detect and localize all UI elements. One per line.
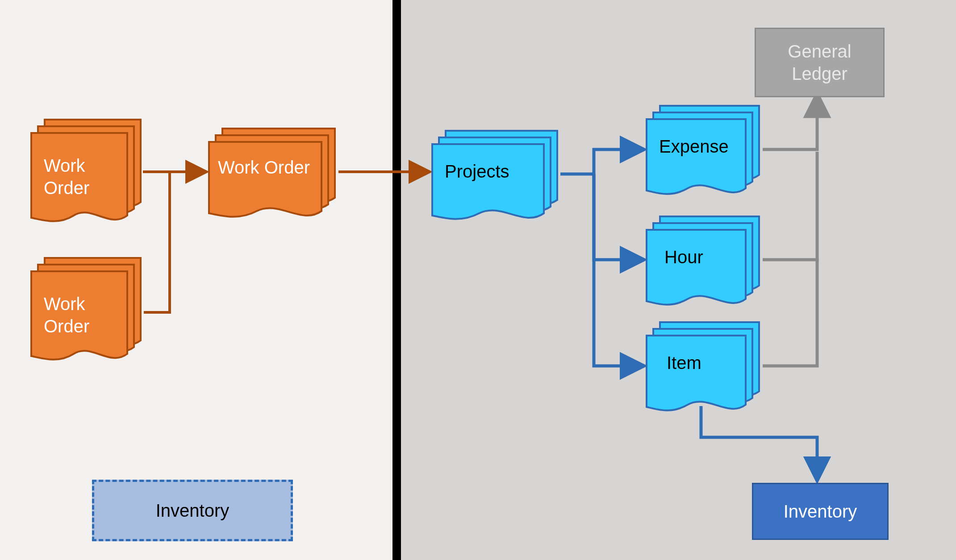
inventory-dashed-box: Inventory — [92, 480, 293, 541]
diagram-canvas: Work Order Work Order Work Order Invento… — [0, 0, 956, 560]
general-ledger-box: General Ledger — [755, 28, 885, 97]
projects-label: Projects — [445, 160, 509, 183]
work-order-center-label: Work Order — [218, 156, 310, 178]
work-order-center: Work Order — [209, 129, 339, 218]
hour-stack: Hour — [647, 216, 764, 306]
work-order-1-label: Work Order — [44, 154, 89, 199]
work-order-stack-2: Work Order — [31, 258, 145, 363]
expense-stack: Expense — [647, 106, 764, 195]
expense-label: Expense — [659, 135, 729, 158]
projects-stack: Projects — [432, 131, 562, 220]
item-stack: Item — [647, 322, 764, 411]
work-order-2-label: Work Order — [44, 293, 89, 337]
work-order-stack-1: Work Order — [31, 120, 145, 224]
general-ledger-label: General Ledger — [788, 40, 851, 85]
hour-label: Hour — [664, 246, 703, 268]
item-label: Item — [667, 352, 701, 374]
inventory-dashed-label: Inventory — [156, 501, 230, 521]
inventory-box: Inventory — [752, 483, 889, 540]
inventory-label: Inventory — [784, 502, 857, 522]
